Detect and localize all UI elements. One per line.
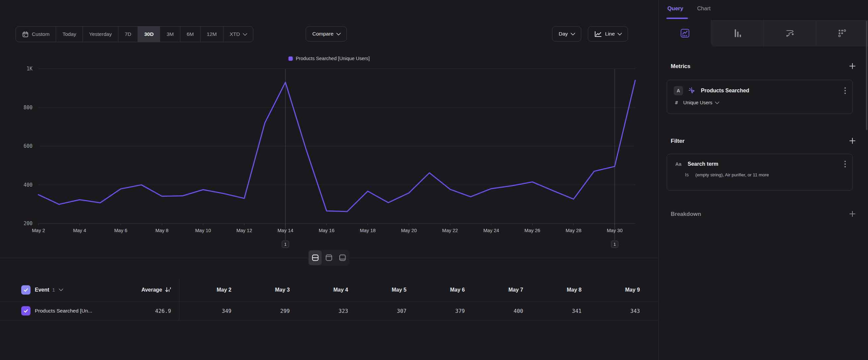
main-panel: CustomTodayYesterday7D30D3M6M12MXTD Comp… (0, 0, 658, 360)
sidebar-tabs: Query Chart (668, 5, 711, 11)
table-header-row: Event 1 Average May 2May 3May 4May 5May … (0, 278, 658, 302)
svg-text:1: 1 (613, 242, 616, 247)
select-all-checkbox[interactable] (21, 285, 31, 295)
svg-text:200: 200 (24, 221, 32, 226)
svg-text:May 6: May 6 (114, 228, 128, 233)
results-table: Event 1 Average May 2May 3May 4May 5May … (0, 278, 658, 321)
svg-text:May 24: May 24 (484, 228, 499, 233)
aggregation-type-icon: # (675, 100, 678, 105)
cell-value: 349 (179, 302, 231, 320)
metric-menu-icon[interactable] (844, 87, 846, 94)
report-tab-retention[interactable] (816, 20, 868, 47)
aggregation-selector[interactable]: Unique Users (683, 100, 719, 105)
cell-value: 323 (290, 302, 348, 320)
report-tab-funnels[interactable] (711, 20, 763, 47)
tab-chart[interactable]: Chart (697, 5, 711, 11)
svg-text:May 2: May 2 (32, 228, 45, 233)
report-tab-flows[interactable] (764, 20, 816, 47)
report-type-tabs (659, 20, 868, 47)
filter-value[interactable]: (empty string), Air purifier, or 11 more (695, 172, 769, 177)
metrics-heading: Metrics (671, 63, 691, 70)
layout-toggle (308, 250, 349, 266)
cell-value: 307 (348, 302, 406, 320)
layout-split-button[interactable] (309, 250, 321, 265)
svg-text:May 8: May 8 (155, 228, 169, 233)
add-filter-icon[interactable] (849, 137, 856, 144)
filter-operator[interactable]: Is (685, 172, 689, 177)
layout-bottom-bar-button[interactable] (336, 250, 349, 265)
add-breakdown-icon[interactable] (849, 210, 856, 218)
svg-text:May 22: May 22 (442, 228, 458, 233)
cell-value: 343 (582, 302, 640, 320)
query-sidebar: Query Chart (658, 0, 868, 360)
column-header[interactable]: May 5 (348, 278, 406, 301)
svg-text:May 18: May 18 (360, 228, 376, 233)
average-column-label: Average (141, 287, 162, 293)
line-chart[interactable]: 1K80060040020011May 2May 4May 6May 8May … (0, 0, 658, 256)
cell-value: 299 (231, 302, 290, 320)
svg-text:600: 600 (24, 143, 32, 149)
svg-text:May 10: May 10 (195, 228, 211, 233)
column-header[interactable]: May 2 (179, 278, 231, 301)
breakdown-heading: Breakdown (671, 211, 701, 218)
column-header[interactable]: May 3 (231, 278, 290, 301)
event-column-label: Event (35, 287, 50, 293)
column-header[interactable]: May 4 (290, 278, 348, 301)
column-header[interactable]: May 7 (465, 278, 523, 301)
report-tab-insights[interactable] (659, 20, 711, 47)
metric-series-badge: A (674, 86, 683, 95)
filter-property-name: Search term (688, 161, 840, 167)
chevron-down-icon (715, 99, 719, 104)
cell-value: 400 (465, 302, 523, 320)
metric-name: Products Searched (701, 88, 840, 94)
layout-top-bar-button[interactable] (322, 250, 335, 265)
svg-text:800: 800 (24, 105, 32, 111)
series-line[interactable] (38, 80, 635, 212)
analytics-app: CustomTodayYesterday7D30D3M6M12MXTD Comp… (0, 0, 868, 360)
svg-text:May 16: May 16 (319, 228, 335, 233)
series-name: Products Searched [Un... (35, 308, 92, 314)
string-property-icon: Aa (674, 161, 683, 167)
tab-query[interactable]: Query (668, 5, 683, 11)
filter-menu-icon[interactable] (844, 161, 846, 167)
sort-descending-icon[interactable] (165, 286, 171, 293)
svg-text:400: 400 (24, 182, 32, 188)
svg-text:May 30: May 30 (607, 228, 623, 233)
cell-value: 379 (406, 302, 465, 320)
row-checkbox[interactable] (21, 306, 31, 315)
svg-text:May 14: May 14 (278, 228, 293, 233)
event-click-icon (688, 86, 696, 95)
add-metric-icon[interactable] (849, 62, 856, 70)
active-tab-underline (666, 18, 688, 19)
event-count: 1 (52, 287, 55, 293)
cell-value: 341 (523, 302, 582, 320)
filter-card[interactable]: Aa Search term Is (empty string), Air pu… (667, 154, 853, 191)
chevron-down-icon[interactable] (59, 286, 63, 291)
sidebar-scrollbar[interactable] (866, 21, 867, 130)
column-header[interactable]: May 6 (406, 278, 465, 301)
metric-card[interactable]: A Products Searched # Unique Users (667, 80, 853, 114)
average-value: 426.9 (155, 308, 171, 314)
svg-text:May 12: May 12 (237, 228, 252, 233)
svg-text:May 4: May 4 (73, 228, 86, 233)
svg-text:1K: 1K (27, 66, 32, 72)
column-header[interactable]: May 8 (523, 278, 582, 301)
filter-heading: Filter (671, 138, 685, 144)
svg-text:May 28: May 28 (566, 228, 582, 233)
svg-text:May 20: May 20 (401, 228, 417, 233)
svg-text:1: 1 (284, 242, 286, 247)
table-data-row[interactable]: Products Searched [Un... 426.9 349299323… (0, 302, 658, 321)
table-column-divider (179, 280, 179, 321)
svg-text:May 26: May 26 (525, 228, 540, 233)
column-header[interactable]: May 9 (582, 278, 640, 301)
